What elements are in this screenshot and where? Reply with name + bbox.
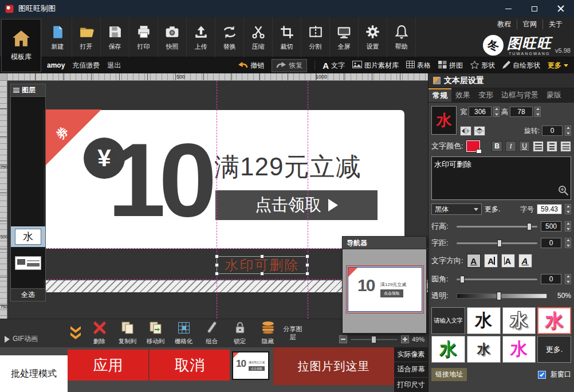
save-button[interactable]: 保存: [101, 17, 129, 57]
rotate-stepper[interactable]: [565, 126, 571, 136]
print-size-button[interactable]: 打印尺寸: [394, 378, 428, 392]
share-layer-button[interactable]: 分享图层: [282, 320, 303, 347]
line-height-stepper[interactable]: [565, 221, 571, 232]
settings-button[interactable]: 设置: [359, 17, 387, 57]
coupon-headline[interactable]: 满129元立减: [214, 150, 361, 184]
style-preset[interactable]: 水: [431, 336, 465, 363]
tab-mask[interactable]: 蒙版: [542, 88, 565, 102]
link-address-button[interactable]: 链接地址: [431, 368, 467, 381]
resize-handle[interactable]: [260, 254, 264, 258]
split-button[interactable]: 分割: [301, 17, 330, 57]
zoom-slider[interactable]: [350, 338, 398, 341]
corner-radius-stepper[interactable]: [565, 274, 571, 284]
zoom-slider-handle[interactable]: [371, 336, 376, 343]
puzzle-button[interactable]: 拼图: [438, 61, 463, 70]
crop-button[interactable]: 裁切: [273, 17, 301, 57]
tracking-slider[interactable]: [457, 242, 537, 244]
text-tool-button[interactable]: A 文字: [323, 61, 345, 70]
selected-text-layer[interactable]: 水印可删除: [217, 256, 308, 274]
font-size-input[interactable]: [537, 204, 562, 214]
tab-general[interactable]: 常规: [428, 88, 451, 102]
drop-image-zone[interactable]: 拉图片到这里: [273, 347, 394, 385]
delete-layer-button[interactable]: 删除: [86, 320, 113, 347]
table-button[interactable]: 表格: [406, 61, 431, 70]
resize-handle[interactable]: [215, 263, 219, 267]
resize-handle[interactable]: [260, 272, 264, 276]
flip-horizontal-button[interactable]: [460, 126, 471, 136]
tutorial-link[interactable]: 教程: [492, 19, 517, 29]
line-height-value[interactable]: 500: [541, 221, 561, 232]
style-preset[interactable]: 水: [467, 307, 501, 334]
hide-button[interactable]: 隐藏: [254, 320, 281, 347]
align-right-button[interactable]: [560, 141, 571, 152]
align-center-button[interactable]: [547, 141, 557, 152]
zoom-out-button[interactable]: [339, 335, 347, 343]
cta-button[interactable]: 点击领取: [215, 190, 378, 220]
undo-button[interactable]: 撤销: [238, 61, 264, 70]
text-preview-swatch[interactable]: 水: [431, 106, 457, 135]
direction-rotated-button[interactable]: A: [518, 254, 532, 268]
close-button[interactable]: [548, 0, 574, 17]
direction-horizontal-button[interactable]: A: [467, 254, 481, 268]
move-to-button[interactable]: 移动到: [142, 320, 169, 347]
zoom-in-button[interactable]: [401, 335, 409, 343]
select-all-layers-button[interactable]: 全选: [11, 288, 45, 301]
resize-handle[interactable]: [215, 272, 219, 276]
direction-vertical-left-button[interactable]: A: [501, 254, 515, 268]
more-tools-button[interactable]: 更多: [548, 61, 568, 70]
account-name[interactable]: amoy: [47, 61, 65, 69]
italic-button[interactable]: I: [505, 141, 516, 152]
slider-handle[interactable]: [497, 240, 502, 247]
compress-button[interactable]: 压缩: [244, 17, 273, 57]
text-content-input[interactable]: 水印可删除: [431, 156, 571, 200]
style-preset-placeholder[interactable]: 请输入文字: [431, 307, 465, 334]
recharge-link[interactable]: 充值缴费: [72, 61, 100, 70]
align-left-button[interactable]: [533, 141, 544, 152]
resize-handle[interactable]: [305, 272, 309, 276]
layer-item-selected[interactable]: 水: [11, 226, 45, 247]
rasterize-button[interactable]: 栅格化: [170, 320, 197, 347]
about-link[interactable]: 关于: [542, 19, 568, 29]
resize-handle[interactable]: [305, 263, 309, 267]
corner-radius-slider[interactable]: [457, 279, 537, 280]
color-swatch[interactable]: [466, 140, 480, 152]
coupon-artwork[interactable]: 券 ¥ 10 满129元立减 点击领取: [44, 110, 404, 249]
corner-radius-value[interactable]: 0: [541, 274, 561, 284]
actual-pixels-button[interactable]: 实际像素: [394, 347, 428, 362]
apply-button[interactable]: 应用: [68, 350, 149, 381]
magnifier-icon[interactable]: [558, 185, 569, 198]
style-preset[interactable]: 水: [502, 336, 536, 363]
underline-button[interactable]: U: [519, 141, 530, 152]
replace-button[interactable]: 替换: [215, 17, 244, 57]
slider-handle[interactable]: [527, 223, 532, 230]
template-library-button[interactable]: 模板库: [1, 19, 41, 72]
image-library-button[interactable]: 图片素材库: [352, 61, 399, 70]
slider-handle[interactable]: [460, 276, 465, 283]
collapse-button[interactable]: [66, 320, 85, 347]
new-window-checkbox[interactable]: [538, 371, 546, 379]
height-input[interactable]: [510, 107, 533, 117]
cancel-button[interactable]: 取消: [150, 350, 230, 381]
lock-button[interactable]: 锁定: [226, 320, 253, 347]
opacity-slider[interactable]: [457, 293, 547, 299]
font-family-select[interactable]: 黑体: [431, 203, 482, 215]
gif-animation-button[interactable]: GIF动画: [5, 334, 38, 344]
group-button[interactable]: 组合: [198, 320, 225, 347]
resize-handle[interactable]: [215, 254, 219, 258]
tracking-value[interactable]: 0: [541, 238, 561, 248]
maximize-button[interactable]: [521, 0, 548, 17]
open-button[interactable]: 打开: [72, 17, 101, 57]
coupon-amount[interactable]: 10: [108, 95, 210, 265]
help-button[interactable]: 帮助: [387, 17, 416, 57]
draw-shape-button[interactable]: 自绘形状: [502, 61, 540, 70]
style-preset[interactable]: 水: [502, 307, 536, 334]
fit-screen-button[interactable]: 适合屏幕: [394, 362, 428, 377]
minimize-button[interactable]: [495, 0, 521, 17]
redo-button[interactable]: 恢复: [272, 59, 307, 72]
height-stepper[interactable]: [534, 107, 541, 117]
logout-link[interactable]: 退出: [107, 61, 121, 70]
slider-handle[interactable]: [497, 292, 501, 300]
copy-to-button[interactable]: 复制到: [114, 320, 141, 347]
rotate-input[interactable]: [542, 126, 563, 136]
tab-border-background[interactable]: 边框与背景: [497, 88, 542, 102]
